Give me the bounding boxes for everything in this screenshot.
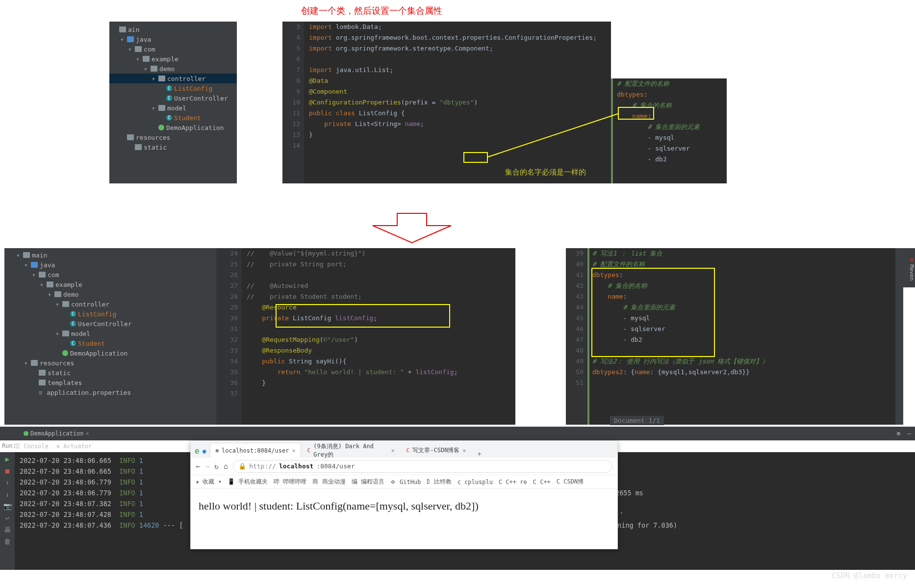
tree-item-controller[interactable]: ▾controller — [4, 299, 216, 309]
code-line[interactable]: # 配置文件的名称 — [587, 259, 903, 270]
code-line[interactable]: @Resource — [242, 302, 515, 313]
tree-item-resources[interactable]: ▾resources — [4, 358, 216, 368]
code-line[interactable]: // @Value("${myyml.string}") — [242, 248, 515, 259]
browser-tab[interactable]: C写文章-CSDN博客× — [401, 443, 472, 458]
bookmark-item[interactable]: c cplusplu — [458, 479, 493, 486]
wrap-icon[interactable]: ↩ — [5, 514, 9, 522]
trash-icon[interactable]: 🗑 — [4, 537, 11, 545]
new-tab-button[interactable]: + — [473, 450, 486, 458]
bookmark-item[interactable]: 📱 手机收藏夹 — [228, 478, 268, 486]
bookmark-item[interactable]: 商 商业动漫 — [312, 478, 345, 486]
bookmark-item[interactable]: ★ 收藏 ▾ — [196, 478, 222, 486]
tree-item-main[interactable]: ▾main — [4, 250, 216, 260]
bookmark-item[interactable]: ₿ 比特教 — [427, 478, 451, 486]
browser-shield-icon[interactable]: ◉ — [203, 447, 206, 455]
bookmark-item[interactable]: C CSDN博 — [557, 478, 584, 486]
tree-item-usercontroller[interactable]: CUserController — [4, 319, 216, 329]
minimize-icon[interactable]: — — [908, 430, 911, 437]
code-line[interactable] — [304, 140, 611, 151]
yaml-line[interactable]: # 配置文件的名称 — [613, 78, 727, 89]
code-line[interactable] — [304, 54, 611, 65]
code-line[interactable]: # 集合里面的元素 — [587, 302, 903, 313]
tree-item-demoapplication[interactable]: DemoApplication — [4, 348, 216, 358]
code-line[interactable]: @Data — [304, 76, 611, 86]
browser-back-icon[interactable]: ← — [196, 462, 200, 471]
browser-home-icon[interactable]: ⌂ — [224, 462, 228, 471]
code-line[interactable]: - db2 — [587, 334, 903, 345]
code-line[interactable] — [242, 324, 515, 334]
browser-url-input[interactable]: 🔒 http://localhost:8084/user — [233, 460, 612, 473]
yaml-line[interactable]: - mysql — [613, 132, 727, 143]
code-line[interactable]: public String sayHi(){ — [242, 356, 515, 367]
tree-item-application.properties[interactable]: ≡application.properties — [4, 387, 216, 397]
browser-app-icon[interactable]: e — [195, 446, 200, 456]
run-config-tab[interactable]: DemoApplication × — [19, 430, 94, 437]
code-line[interactable]: # 集合的名称 — [587, 281, 903, 291]
code-line[interactable]: private List<String> name; — [304, 119, 611, 129]
tree-item-student[interactable]: CStudent — [4, 338, 216, 348]
actuator-tab[interactable]: ⎈ Actuator — [56, 443, 92, 450]
bookmark-item[interactable]: 哔 哔哩哔哩 — [274, 478, 306, 486]
tree-item-demo[interactable]: ▾demo — [4, 289, 216, 299]
yaml-line[interactable]: - db2 — [613, 154, 727, 165]
code-line[interactable]: private ListConfig listConfig; — [242, 313, 515, 324]
bookmark-item[interactable]: C C++ re — [499, 479, 527, 486]
maven-tool-tab[interactable]: m Maven — [901, 248, 915, 287]
tree-item-listconfig[interactable]: CListConfig — [4, 309, 216, 319]
bookmark-item[interactable]: ⭘ GitHub — [390, 479, 421, 486]
bookmark-item[interactable]: 编 编程语言 — [352, 478, 384, 486]
code-line[interactable]: # 写法1 ： list 集合 — [587, 248, 903, 259]
yaml-line[interactable]: # 集合里面的元素 — [613, 122, 727, 132]
tree-item-resources[interactable]: resources — [109, 132, 237, 142]
code-line[interactable]: - sqlserver — [587, 324, 903, 334]
tree-item-student[interactable]: CStudent — [109, 113, 237, 123]
tree-item-demo[interactable]: ▾demo — [109, 64, 237, 74]
yaml-line[interactable]: - sqlserver — [613, 143, 727, 154]
browser-tab[interactable]: ●localhost:8084/user× — [210, 443, 301, 458]
tree-item-ain[interactable]: ain — [109, 25, 237, 34]
tree-item-com[interactable]: ▾com — [109, 44, 237, 54]
yaml-line[interactable]: # 集合的名称 — [613, 100, 727, 111]
gear-icon[interactable]: ⚙ — [897, 430, 900, 437]
code-line[interactable] — [242, 270, 515, 281]
tree-item-model[interactable]: ▾model — [4, 329, 216, 338]
yaml-line[interactable]: dbtypes: — [613, 89, 727, 100]
code-line[interactable]: } — [304, 129, 611, 140]
tree-item-static[interactable]: static — [4, 368, 216, 378]
stop-icon[interactable]: ■ — [5, 467, 9, 475]
close-icon[interactable]: × — [85, 430, 89, 437]
camera-icon[interactable]: 📷 — [3, 502, 12, 510]
code-line[interactable]: @RequestMapping(©"/user") — [242, 334, 515, 345]
browser-reload-icon[interactable]: ↻ — [214, 462, 219, 471]
console-tab[interactable]: ☰ Console — [15, 443, 49, 450]
code-line[interactable]: # 写法2： 使用 行内写法（类似于 json 格式【键值对】） — [587, 356, 903, 367]
code-line[interactable]: public class ListConfig { — [304, 108, 611, 119]
code-line[interactable]: return "hello world! | student: " + list… — [242, 367, 515, 378]
browser-forward-icon[interactable]: → — [205, 462, 209, 471]
tree-item-listconfig[interactable]: CListConfig — [109, 83, 237, 93]
tree-item-example[interactable]: ▾example — [4, 280, 216, 289]
tree-item-usercontroller[interactable]: CUserController — [109, 93, 237, 103]
tree-item-java[interactable]: ▾java — [4, 260, 216, 270]
tree-item-controller[interactable]: ▾controller — [109, 74, 237, 83]
code-line[interactable]: import java.util.List; — [304, 65, 611, 76]
code-line[interactable] — [587, 378, 903, 388]
close-icon[interactable]: × — [391, 447, 394, 454]
rerun-icon[interactable]: ▶ — [5, 455, 9, 463]
code-line[interactable]: @ResponseBody — [242, 345, 515, 356]
tree-item-java[interactable]: ▾java — [109, 34, 237, 44]
code-line[interactable]: // @Autowired — [242, 281, 515, 291]
tree-item-example[interactable]: ▾example — [109, 54, 237, 64]
code-line[interactable]: import lombok.Data; — [304, 22, 611, 32]
tree-item-templates[interactable]: templates — [4, 378, 216, 387]
code-line[interactable]: dbtypes: — [587, 270, 903, 281]
code-line[interactable]: import org.springframework.stereotype.Co… — [304, 43, 611, 54]
code-line[interactable]: - mysql — [587, 313, 903, 324]
tree-item-demoapplication[interactable]: DemoApplication — [109, 123, 237, 132]
close-icon[interactable]: × — [462, 447, 466, 454]
up-icon[interactable]: ↑ — [5, 479, 9, 486]
bookmark-item[interactable]: C C++ — [533, 479, 551, 486]
code-line[interactable]: } — [242, 378, 515, 388]
code-line[interactable]: name: — [587, 291, 903, 302]
yaml-line[interactable]: name: — [613, 111, 727, 122]
